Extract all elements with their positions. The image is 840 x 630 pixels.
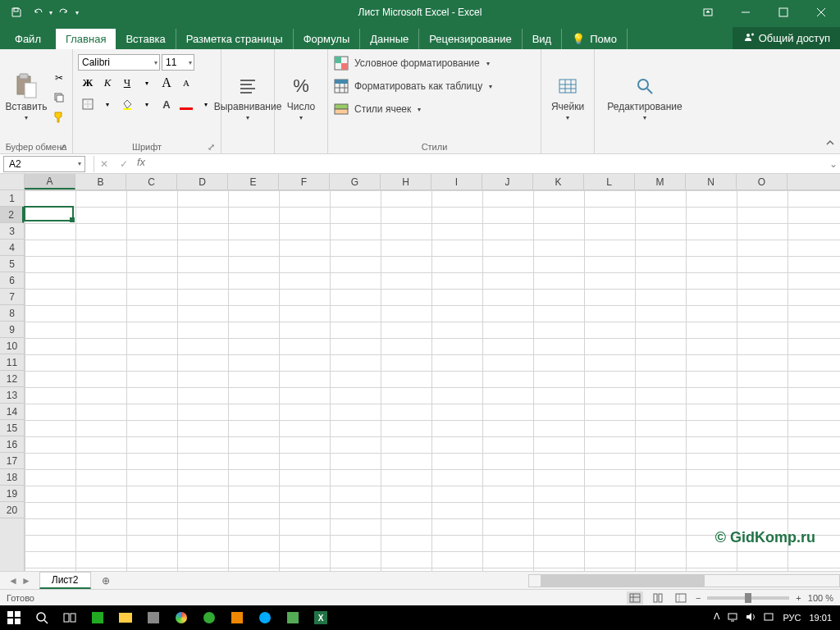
- font-launcher-icon[interactable]: ⤢: [206, 142, 216, 152]
- row-header[interactable]: 3: [0, 223, 24, 240]
- row-header[interactable]: 20: [0, 502, 24, 518]
- horizontal-scrollbar[interactable]: [528, 574, 840, 587]
- tab-view[interactable]: Вид: [523, 29, 563, 49]
- network-icon[interactable]: [727, 611, 738, 624]
- font-color-dropdown[interactable]: ▾: [196, 95, 216, 113]
- close-button[interactable]: [802, 0, 840, 25]
- maximize-button[interactable]: [765, 0, 802, 25]
- ribbon-display-button[interactable]: [689, 0, 727, 25]
- name-box[interactable]: A2▾: [3, 156, 85, 172]
- select-all-button[interactable]: [0, 174, 25, 189]
- task-view-button[interactable]: [56, 605, 84, 630]
- tab-page-layout[interactable]: Разметка страницы: [176, 29, 294, 49]
- column-header[interactable]: A: [25, 174, 75, 189]
- taskbar-app-icon[interactable]: [279, 605, 307, 630]
- fill-color-button[interactable]: [117, 95, 137, 113]
- conditional-formatting-button[interactable]: Условное форматирование▾: [333, 52, 499, 74]
- notifications-icon[interactable]: [763, 611, 774, 624]
- column-header[interactable]: M: [635, 174, 686, 189]
- taskbar-app-icon[interactable]: [195, 605, 223, 630]
- row-header[interactable]: 15: [0, 420, 24, 436]
- cells-button[interactable]: Ячейки ▾: [546, 52, 589, 142]
- grow-font-button[interactable]: А: [157, 74, 176, 92]
- page-layout-view-button[interactable]: [650, 591, 666, 605]
- column-header[interactable]: C: [126, 174, 177, 189]
- cancel-formula-button[interactable]: ✕: [94, 156, 114, 172]
- cell-styles-button[interactable]: Стили ячеек▾: [333, 98, 499, 120]
- chrome-icon[interactable]: [167, 605, 195, 630]
- shrink-font-button[interactable]: А: [176, 74, 196, 92]
- zoom-level[interactable]: 100 %: [808, 593, 833, 603]
- row-header[interactable]: 13: [0, 387, 24, 404]
- row-header[interactable]: 1: [0, 190, 24, 207]
- row-header[interactable]: 5: [0, 256, 24, 272]
- row-header[interactable]: 14: [0, 404, 24, 420]
- column-header[interactable]: D: [177, 174, 228, 189]
- tab-home[interactable]: Главная: [56, 29, 116, 49]
- number-button[interactable]: % Число ▾: [280, 52, 322, 142]
- tray-chevron-icon[interactable]: ᐱ: [714, 611, 720, 624]
- start-button[interactable]: [0, 605, 28, 630]
- normal-view-button[interactable]: [627, 591, 643, 605]
- underline-dropdown[interactable]: ▾: [137, 74, 157, 92]
- tab-insert[interactable]: Вставка: [116, 29, 176, 49]
- zoom-in-button[interactable]: +: [796, 593, 801, 603]
- row-header[interactable]: 10: [0, 338, 24, 354]
- expand-formula-bar-button[interactable]: ⌄: [827, 158, 840, 170]
- sheet-tab[interactable]: Лист2: [39, 572, 91, 589]
- alignment-button[interactable]: Выравнивание ▾: [226, 52, 269, 142]
- format-painter-button[interactable]: [51, 109, 67, 126]
- new-sheet-button[interactable]: ⊕: [98, 573, 114, 589]
- undo-dropdown-icon[interactable]: ▾: [49, 9, 52, 16]
- qat-customize-icon[interactable]: ▾: [75, 9, 79, 16]
- file-explorer-icon[interactable]: [112, 605, 139, 630]
- italic-button[interactable]: К: [98, 74, 117, 92]
- tell-me-button[interactable]: 💡 Помо: [562, 29, 628, 49]
- paste-button[interactable]: Вставить ▾: [5, 52, 48, 142]
- zoom-slider[interactable]: [707, 596, 789, 600]
- cut-button[interactable]: ✂: [51, 70, 67, 86]
- row-header[interactable]: 18: [0, 469, 24, 486]
- row-header[interactable]: 11: [0, 354, 24, 371]
- borders-dropdown[interactable]: ▾: [98, 95, 117, 113]
- formula-input[interactable]: [145, 156, 827, 172]
- search-button[interactable]: [28, 605, 56, 630]
- fill-color-dropdown[interactable]: ▾: [137, 95, 157, 113]
- excel-taskbar-icon[interactable]: X: [307, 605, 335, 630]
- language-indicator[interactable]: РУС: [783, 613, 801, 623]
- row-header[interactable]: 4: [0, 240, 24, 256]
- borders-button[interactable]: [78, 95, 98, 113]
- save-button[interactable]: [7, 2, 26, 22]
- column-header[interactable]: O: [737, 174, 788, 189]
- font-name-select[interactable]: Calibri▾: [78, 54, 160, 71]
- bold-button[interactable]: Ж: [78, 74, 98, 92]
- volume-icon[interactable]: [745, 611, 756, 624]
- sheet-nav-prev-button[interactable]: ◄: [8, 575, 18, 587]
- tab-file[interactable]: Файл: [0, 29, 56, 49]
- row-header[interactable]: 17: [0, 453, 24, 469]
- column-header[interactable]: E: [228, 174, 279, 189]
- redo-button[interactable]: [54, 2, 74, 22]
- skype-icon[interactable]: [251, 605, 279, 630]
- sheet-nav-next-button[interactable]: ►: [21, 575, 31, 587]
- row-header[interactable]: 19: [0, 486, 24, 502]
- column-header[interactable]: F: [279, 174, 330, 189]
- page-break-view-button[interactable]: [673, 591, 689, 605]
- column-header[interactable]: K: [533, 174, 584, 189]
- row-header[interactable]: 7: [0, 289, 24, 305]
- column-header[interactable]: J: [482, 174, 533, 189]
- enter-formula-button[interactable]: ✓: [114, 156, 134, 172]
- row-header[interactable]: 12: [0, 371, 24, 387]
- row-header[interactable]: 9: [0, 322, 24, 338]
- undo-button[interactable]: [28, 2, 48, 22]
- row-header[interactable]: 8: [0, 305, 24, 322]
- clipboard-launcher-icon[interactable]: ⤢: [57, 142, 67, 152]
- column-header[interactable]: B: [75, 174, 126, 189]
- tab-review[interactable]: Рецензирование: [419, 29, 522, 49]
- copy-button[interactable]: [51, 89, 67, 106]
- column-header[interactable]: H: [381, 174, 431, 189]
- font-size-select[interactable]: 11▾: [162, 54, 194, 71]
- column-header[interactable]: L: [584, 174, 635, 189]
- editing-button[interactable]: Редактирование ▾: [600, 52, 690, 142]
- row-header[interactable]: 16: [0, 436, 24, 453]
